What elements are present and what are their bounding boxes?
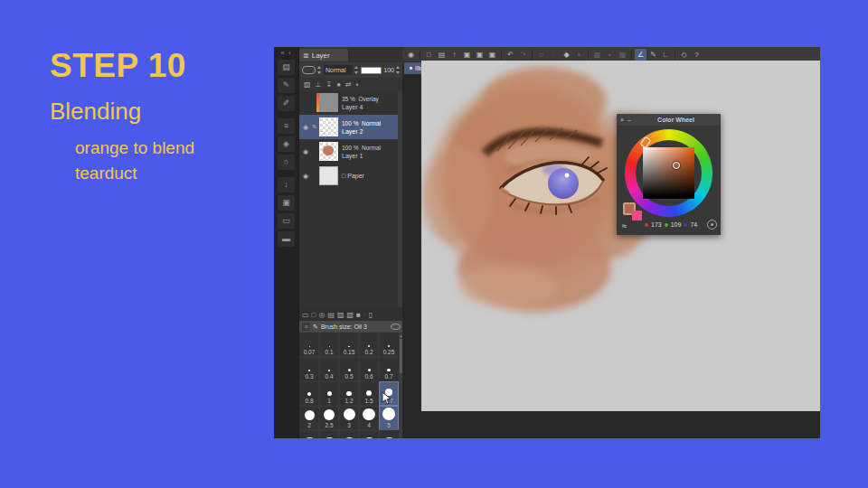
new-folder-icon[interactable]: ▤ bbox=[327, 311, 335, 319]
visibility-toggle[interactable]: ◉ bbox=[301, 173, 310, 180]
color-history-icon[interactable] bbox=[707, 220, 717, 230]
brush-size-cell[interactable]: 1.2 bbox=[339, 381, 359, 406]
brush-size-cell[interactable] bbox=[299, 430, 319, 438]
notes-icon[interactable]: ▭ bbox=[278, 213, 295, 229]
new-file-icon[interactable]: □ bbox=[423, 49, 435, 61]
brush-edit-icon[interactable]: ✎ bbox=[278, 78, 295, 93]
layer-thumbnail[interactable] bbox=[319, 93, 338, 112]
lock-icon[interactable]: ● bbox=[336, 80, 341, 89]
layer-row-layer2[interactable]: ◉ ✎ 100 % Normal Layer 2 bbox=[299, 115, 403, 139]
duplicate-layer-icon[interactable]: ▧ bbox=[347, 311, 354, 319]
collapse-dock-icon[interactable]: « ‹ bbox=[274, 47, 298, 57]
pages-icon[interactable]: ▤ bbox=[278, 60, 295, 75]
help-icon[interactable]: ? bbox=[691, 49, 703, 61]
delete-layer-icon[interactable]: ▯ bbox=[369, 311, 373, 319]
layer-thumbnail[interactable] bbox=[319, 166, 338, 185]
fill-icon[interactable]: ◆ bbox=[561, 49, 572, 61]
brush-size-cell[interactable] bbox=[319, 430, 339, 438]
layer-thumbnail[interactable] bbox=[319, 117, 338, 136]
material-icon[interactable]: ▦ bbox=[617, 49, 628, 61]
export-icon[interactable]: ↑ bbox=[448, 49, 460, 61]
new-layer-icon[interactable]: ▭ bbox=[302, 311, 309, 319]
editing-pen-icon: ✎ bbox=[310, 124, 319, 131]
undo-icon[interactable]: ↶ bbox=[505, 49, 516, 61]
flatten-icon[interactable]: ↧ bbox=[326, 80, 333, 89]
brush-size-cell[interactable]: 0.15 bbox=[339, 333, 359, 357]
brush-size-cell[interactable]: 2.5 bbox=[319, 406, 339, 430]
brush-menu-icon[interactable]: ≡ bbox=[302, 323, 310, 331]
clear-layer-icon[interactable]: ▫ bbox=[363, 309, 366, 321]
layer-panel-tab[interactable]: ≣ Layer bbox=[299, 49, 348, 61]
merge-down-icon[interactable]: ▨ bbox=[337, 311, 344, 319]
link-icon[interactable]: ⇄ bbox=[345, 80, 352, 89]
brush-size-cell[interactable]: 0.4 bbox=[319, 357, 339, 381]
brush-size-cell[interactable] bbox=[339, 430, 359, 438]
cloud-icon[interactable]: ○ bbox=[278, 155, 295, 170]
sv-selector[interactable] bbox=[673, 162, 680, 169]
blend-mode-spinner[interactable] bbox=[354, 66, 359, 74]
brush-size-cell[interactable]: 1 bbox=[319, 381, 339, 406]
wave-icon[interactable]: ≈ bbox=[622, 221, 626, 230]
visibility-toggle[interactable]: ◉ bbox=[301, 124, 310, 131]
opacity-slider[interactable] bbox=[361, 67, 382, 74]
brush-size-cell[interactable]: 0.5 bbox=[339, 357, 359, 381]
add-layer-icon[interactable]: □ bbox=[312, 311, 316, 319]
brush-size-cell[interactable] bbox=[379, 430, 399, 438]
brush-size-cell[interactable]: 0.6 bbox=[359, 357, 379, 381]
visibility-toggle-icon[interactable]: ◉ bbox=[405, 49, 417, 61]
manual-icon[interactable]: ▬ bbox=[278, 231, 295, 247]
brush-size-cell[interactable]: 0.7 bbox=[379, 357, 399, 381]
slide-subtitle: Blending bbox=[50, 98, 141, 126]
snap-vanish-icon[interactable]: ∟ bbox=[660, 49, 672, 61]
save-copy-icon[interactable]: ▣ bbox=[486, 49, 498, 61]
brush-shape-spinner[interactable] bbox=[317, 66, 322, 74]
color-wheel-titlebar[interactable]: × – Color Wheel bbox=[617, 114, 721, 126]
shape-icon[interactable]: ▪ bbox=[604, 49, 616, 61]
download-icon[interactable]: ↓ bbox=[278, 177, 295, 192]
transfer-icon[interactable]: ⊥ bbox=[316, 80, 322, 89]
brush-size-cell[interactable]: 1.5 bbox=[359, 381, 379, 406]
layer-row-layer4[interactable]: 35 % Overlay Layer 4 bbox=[299, 90, 403, 115]
brush-size-cell[interactable]: 0.1 bbox=[319, 333, 339, 357]
layers-panel-icon[interactable]: ≡ bbox=[278, 118, 295, 134]
brush-size-cell-selected[interactable]: 5 bbox=[379, 406, 399, 430]
brush-size-cell[interactable]: 0.25 bbox=[379, 333, 399, 357]
open-file-icon[interactable]: ▤ bbox=[436, 49, 448, 61]
visibility-toggle[interactable]: ◉ bbox=[301, 148, 310, 155]
gradient-icon[interactable]: ▩ bbox=[591, 49, 603, 61]
material-panel-icon[interactable]: ◈ bbox=[278, 136, 295, 152]
select-ellipse-icon[interactable]: ◌ bbox=[535, 49, 547, 61]
layer-row-paper[interactable]: ◉ □ Paper bbox=[299, 164, 403, 188]
brush-size-cell[interactable]: 0.3 bbox=[299, 357, 319, 381]
deselect-icon[interactable]: ◌ bbox=[548, 49, 560, 61]
transform-icon[interactable]: ▫ bbox=[573, 49, 585, 61]
layer-set-icon[interactable]: ◎ bbox=[318, 311, 325, 319]
snap-ruler-icon[interactable]: ∠ bbox=[635, 49, 646, 61]
layer-row-layer1[interactable]: ◉ 100 % Normal Layer 1 bbox=[299, 139, 403, 164]
snap-curve-icon[interactable]: ✎ bbox=[647, 49, 659, 61]
brush-size-cell[interactable]: 3 bbox=[339, 406, 359, 430]
save-as-icon[interactable]: ▣ bbox=[474, 49, 486, 61]
brush-size-cell[interactable]: 0.07 bbox=[299, 333, 319, 357]
blend-mode-select[interactable]: Normal bbox=[324, 65, 353, 75]
redo-icon[interactable]: ↷ bbox=[517, 49, 529, 61]
saturation-value-square[interactable] bbox=[643, 147, 694, 199]
layer-thumbnail[interactable] bbox=[319, 142, 338, 161]
close-icon[interactable]: × bbox=[620, 117, 624, 123]
brush-add-icon[interactable]: ✐ bbox=[278, 96, 295, 111]
opacity-spinner[interactable] bbox=[396, 66, 401, 74]
brush-size-cell[interactable]: 0.2 bbox=[359, 333, 379, 357]
brush-shape-button[interactable] bbox=[302, 66, 316, 74]
fill-layer-icon[interactable]: ■ bbox=[356, 311, 361, 319]
mask-icon[interactable]: ▪ bbox=[356, 80, 359, 89]
folder-sync-icon[interactable]: ▣ bbox=[278, 195, 295, 211]
brush-size-cell[interactable]: 2 bbox=[299, 406, 319, 430]
brush-size-cell[interactable]: 0.8 bbox=[299, 381, 319, 406]
clipping-icon[interactable]: ▧ bbox=[304, 80, 311, 89]
secondary-color-swatch[interactable] bbox=[632, 211, 642, 221]
brush-size-cell[interactable] bbox=[359, 430, 379, 438]
brush-size-cell[interactable]: 4 bbox=[359, 406, 379, 430]
minimize-icon[interactable]: – bbox=[627, 117, 631, 123]
save-icon[interactable]: ▣ bbox=[461, 49, 473, 61]
perspective-icon[interactable]: ◇ bbox=[678, 49, 690, 61]
